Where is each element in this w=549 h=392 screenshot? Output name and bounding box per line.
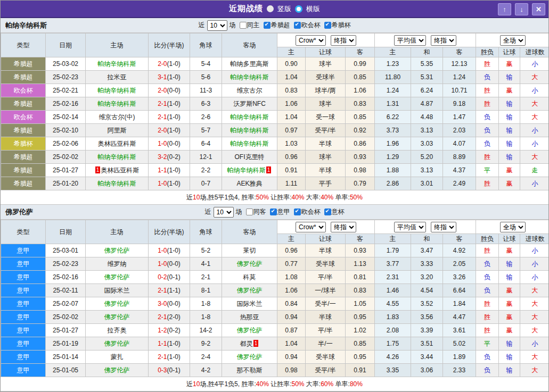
europe-odds-cell: 1.47 [443,111,476,124]
handicap-odds-cell: 平手 [306,177,346,190]
europe-odds-cell: 1.84 [443,297,476,311]
corner-cell: 1-8 [190,297,222,311]
league-cell: 意甲 [1,337,46,351]
match-row: 欧会杯25-02-21帕纳辛纳科斯2-0(0-0)11-3维京古尔0.83球半/… [1,84,549,97]
odds-stage-select-2[interactable]: 终指 [431,35,456,46]
result-cell: 负 [476,124,499,137]
near-label: 近 [199,21,205,30]
home-team-cell: 阿里斯 [86,124,149,137]
score-cell: 0-2(0-1) [149,271,190,284]
sub-header: 让球 [306,47,346,57]
vertical-layout-label[interactable]: 竖版 [277,4,291,14]
team-section-away: 佛罗伦萨 近 10 场 同客 意甲 欧会杯 [1,205,548,391]
result-cell: 大 [520,351,549,364]
score-cell: 3-0(0-0) [149,297,190,311]
away-team-cell: OFI克里特 [222,151,277,164]
horizontal-layout-radio[interactable] [295,5,302,13]
result-cell: 小 [520,257,549,271]
result-cell: 大 [520,311,549,324]
checkbox-checked-icon [294,208,301,215]
handicap-odds-cell: 平/半 [306,324,346,337]
away-team-cell: 帕纳多里高斯 [222,57,277,71]
sub-header: 让球 [499,47,520,57]
same-venue-checkbox[interactable]: 同主 [240,21,260,30]
league-filter-checkbox-2[interactable]: 欧会杯 [294,207,321,216]
match-row: 意甲25-02-16佛罗伦萨0-2(0-1)2-1科莫1.08平/半0.812.… [1,271,549,284]
handicap-odds-cell: 0.79 [346,177,375,190]
europe-odds-cell: 1.83 [375,311,411,324]
recent-count-select[interactable]: 10 [214,207,234,218]
match-row: 意甲25-01-14蒙扎2-1(1-0)2-4佛罗伦萨0.94受半球0.954.… [1,351,549,364]
handicap-odds-cell: 1.02 [346,324,375,337]
league-cell: 欧会杯 [1,84,46,97]
horizontal-layout-label[interactable]: 横版 [306,4,320,14]
move-down-button[interactable]: ↓ [515,3,528,15]
handicap-odds-cell: 受半球 [306,257,346,271]
league-cell: 希腊超 [1,71,46,84]
same-venue-checkbox[interactable]: 同客 [246,207,266,216]
handicap-odds-cell: 受半/一 [306,297,346,311]
away-team-cell: 佛罗伦萨 [222,257,277,271]
europe-odds-cell: 2.05 [443,257,476,271]
bookmaker-select[interactable]: Crow* [296,222,326,232]
result-cell: 输 [499,151,520,164]
corner-cell: 8-1 [190,284,222,297]
result-cell: 赢 [499,177,520,190]
close-button[interactable]: ✕ [532,3,545,15]
result-cell: 走 [520,164,549,177]
odds-stage-select[interactable]: 终指 [331,35,356,46]
average-select[interactable]: 平均值 [394,35,426,46]
home-team-cell: 帕纳辛纳科斯 [86,151,149,164]
match-row: 意甲25-01-05佛罗伦萨0-3(0-1)4-2那不勒斯0.98受平/半0.9… [1,364,549,377]
europe-selector-group: 平均值 终指 [375,220,476,234]
vertical-layout-radio[interactable] [267,5,274,12]
odds-stage-select-2[interactable]: 终指 [431,222,456,232]
date-cell: 25-02-10 [46,124,86,137]
score-cell: 2-1(1-1) [149,284,190,297]
result-cell: 赢 [499,244,520,257]
europe-odds-cell: 2.31 [375,271,411,284]
league-filter-checkbox-3[interactable]: 希腊杯 [324,21,351,30]
league-filter-checkbox-1[interactable]: 意甲 [270,207,290,216]
league-filter-checkbox-1[interactable]: 希腊超 [264,21,290,30]
league-cell: 意甲 [1,297,46,311]
bookmaker-select[interactable]: Crow* [296,35,326,46]
handicap-odds-cell: 0.92 [346,124,375,137]
scope-selector-group: 全场 [476,220,549,234]
down-arrow-icon: ↓ [520,5,523,13]
handicap-selector-group: Crow* 终指 [277,34,375,47]
result-cell: 输 [499,271,520,284]
recent-count-select[interactable]: 10 [207,20,227,31]
column-header: 类型 [1,34,46,57]
result-cell: 小 [520,84,549,97]
handicap-odds-cell: 球半 [306,57,346,71]
move-up-button[interactable]: ↑ [498,3,511,15]
close-icon: ✕ [536,5,542,13]
scope-select[interactable]: 全场 [500,222,526,232]
result-cell: 输 [499,351,520,364]
match-row: 意甲25-02-23维罗纳1-0(0-0)4-1佛罗伦萨0.77受半球1.133… [1,257,549,271]
league-cell: 意甲 [1,284,46,297]
handicap-odds-cell: 0.85 [346,111,375,124]
score-cell: 2-1(1-0) [149,111,190,124]
league-cell: 欧会杯 [1,111,46,124]
match-row: 希腊超25-02-02帕纳辛纳科斯3-2(0-2)12-1OFI克里特0.96球… [1,151,549,164]
away-team-cell: 帕纳辛纳科斯 [222,111,277,124]
handicap-odds-cell: 受半球 [306,351,346,364]
handicap-odds-cell: 0.94 [277,351,306,364]
europe-odds-cell: 3.44 [411,351,443,364]
europe-odds-cell: 9.18 [443,97,476,111]
handicap-odds-cell: 1.11 [277,177,306,190]
corner-cell: 14-2 [190,324,222,337]
result-cell: 输 [499,124,520,137]
odds-stage-select[interactable]: 终指 [331,222,356,232]
column-header: 角球 [190,220,222,244]
average-select[interactable]: 平均值 [394,222,426,232]
sub-header: 和 [411,47,443,57]
league-filter-checkbox-2[interactable]: 欧会杯 [294,21,321,30]
league-filter-checkbox-3[interactable]: 意杯 [324,207,345,216]
europe-odds-cell: 8.89 [443,151,476,164]
column-header: 客场 [222,34,277,57]
league-cell: 希腊超 [1,151,46,164]
scope-select[interactable]: 全场 [500,35,526,46]
